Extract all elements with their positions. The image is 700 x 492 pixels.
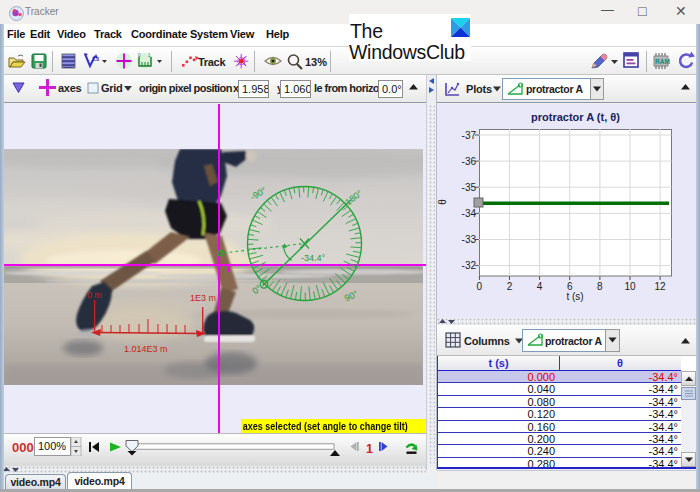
svg-text:0 m: 0 m bbox=[87, 290, 102, 300]
svg-text:2: 2 bbox=[507, 281, 513, 292]
svg-text:180°: 180° bbox=[343, 188, 364, 208]
svg-text:Columns: Columns bbox=[464, 335, 510, 347]
svg-text:-90°: -90° bbox=[249, 185, 269, 202]
svg-text:protractor A: protractor A bbox=[545, 335, 602, 347]
svg-text:-34: -34 bbox=[462, 208, 477, 219]
svg-text:le from horizo: le from horizo bbox=[314, 82, 380, 94]
svg-text:1.0: 1.0 bbox=[92, 56, 99, 62]
svg-text:-32: -32 bbox=[462, 260, 477, 271]
svg-text:-37: -37 bbox=[462, 130, 477, 141]
svg-text:origin pixel position: origin pixel position bbox=[139, 82, 233, 94]
svg-text:Plots: Plots bbox=[466, 83, 492, 95]
svg-text:90°: 90° bbox=[343, 288, 360, 303]
svg-text:0°: 0° bbox=[250, 283, 263, 296]
svg-text:12: 12 bbox=[655, 281, 667, 292]
svg-text:t (s): t (s) bbox=[566, 291, 583, 302]
svg-text:-35: -35 bbox=[462, 182, 477, 193]
svg-text:1E3 m: 1E3 m bbox=[190, 293, 216, 303]
svg-text:1.014E3 m: 1.014E3 m bbox=[124, 344, 168, 354]
svg-text:θ: θ bbox=[437, 199, 448, 205]
svg-text:4: 4 bbox=[537, 281, 543, 292]
svg-text:axes: axes bbox=[58, 82, 81, 94]
svg-text:-33: -33 bbox=[462, 234, 477, 245]
svg-text:10: 10 bbox=[624, 281, 636, 292]
svg-text:1: 1 bbox=[366, 442, 373, 456]
svg-text:8: 8 bbox=[597, 281, 603, 292]
svg-text:-36: -36 bbox=[462, 156, 477, 167]
svg-text:Track: Track bbox=[198, 56, 226, 68]
svg-text:-34.4°: -34.4° bbox=[301, 253, 326, 263]
svg-text:13%: 13% bbox=[305, 56, 327, 68]
svg-text:RAM: RAM bbox=[655, 58, 670, 65]
svg-text:protractor A: protractor A bbox=[526, 83, 583, 95]
svg-text:0: 0 bbox=[477, 281, 483, 292]
svg-text:Grid: Grid bbox=[101, 82, 122, 94]
